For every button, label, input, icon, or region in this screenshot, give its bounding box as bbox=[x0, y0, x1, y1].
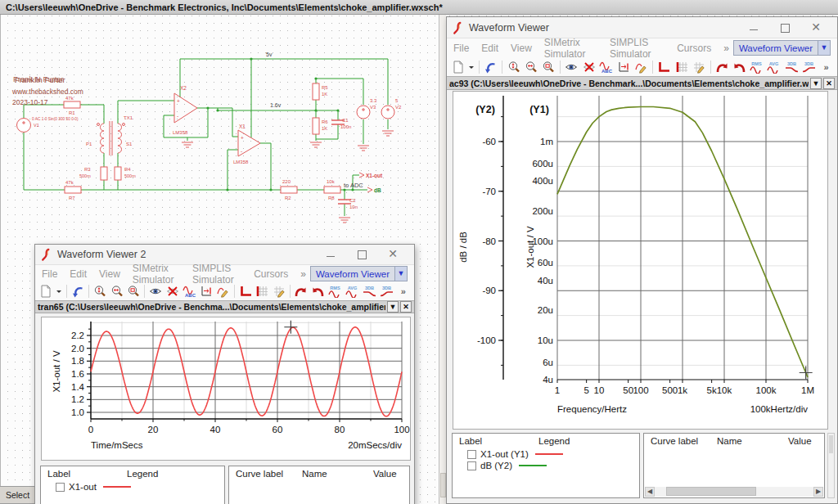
resistor-r7[interactable] bbox=[65, 187, 81, 193]
ac-chart-panel[interactable]: -60-70-80-90-1001m600u400u200u100u60u40u… bbox=[453, 91, 828, 430]
zoom-area-button[interactable] bbox=[126, 283, 141, 299]
resistor-r3[interactable] bbox=[101, 167, 107, 180]
label-curve-abc-button[interactable]: ABC bbox=[182, 283, 196, 299]
minimize-button[interactable] bbox=[326, 250, 336, 259]
dock-curve-arrow-button[interactable] bbox=[732, 59, 747, 75]
undock-curve-arrow-button[interactable] bbox=[294, 283, 309, 299]
curve-table-hscrollbar[interactable]: ◀ ▶ bbox=[645, 487, 823, 497]
scroll-left-icon[interactable]: ◀ bbox=[645, 487, 655, 497]
tab-ac93[interactable]: ac93 (C:\Users\leeuwh\OneDrive - Benchma… bbox=[449, 79, 809, 88]
menu-simetrix-simulator[interactable]: SIMetrix Simulator bbox=[133, 263, 180, 286]
zoom-x-button[interactable] bbox=[109, 283, 124, 299]
new-document-dropdown-button[interactable] bbox=[467, 59, 475, 75]
legend-checkbox[interactable] bbox=[467, 450, 476, 459]
rms-measure-button[interactable]: RMS bbox=[749, 59, 764, 75]
resistor-r5[interactable] bbox=[313, 83, 319, 100]
rms-measure-button[interactable]: RMS bbox=[327, 283, 343, 299]
ac-analysis-plot[interactable]: -60-70-80-90-1001m600u400u200u100u60u40u… bbox=[453, 92, 827, 429]
menu-overflow-chevron[interactable]: » bbox=[723, 43, 729, 54]
zoom-x-button[interactable] bbox=[523, 59, 538, 75]
dock-curve-arrow-button[interactable] bbox=[310, 283, 325, 299]
transient-plot[interactable]: 1.01.21.41.61.82.02.2020406080100X1-out … bbox=[42, 317, 410, 460]
resistor-r1[interactable] bbox=[64, 101, 80, 108]
edit-grid-pencil-button[interactable] bbox=[271, 283, 286, 299]
tab-close-button[interactable]: ✕ bbox=[823, 78, 835, 89]
tab-list-dropdown-button[interactable]: ▼ bbox=[810, 78, 822, 89]
resistor-r2[interactable] bbox=[281, 187, 297, 193]
edit-curve-pencil-button[interactable] bbox=[215, 283, 230, 299]
label-curve-abc-button[interactable]: ABC bbox=[598, 59, 614, 75]
menu-view[interactable]: View bbox=[99, 268, 120, 280]
tran-chart-panel[interactable]: 1.01.21.41.61.82.02.2020406080100X1-out … bbox=[41, 317, 411, 461]
show-curve-eye-button[interactable] bbox=[148, 283, 163, 299]
schematic-vertical-scrollbar[interactable] bbox=[439, 15, 446, 504]
voltage-source-v3[interactable] bbox=[357, 106, 370, 119]
menu-simplis-simulator[interactable]: SIMPLIS Simulator bbox=[192, 263, 241, 286]
axes-button[interactable] bbox=[237, 283, 252, 299]
close-button[interactable]: ✕ bbox=[388, 250, 398, 259]
probe-db-icon[interactable] bbox=[367, 187, 372, 192]
menu-overflow-chevron[interactable]: » bbox=[300, 268, 306, 280]
3db-lowpass-button[interactable]: 3DB bbox=[362, 283, 377, 299]
maximize-button[interactable] bbox=[780, 23, 790, 33]
voltage-source-v2[interactable] bbox=[381, 106, 394, 119]
hide-curve-eye-button[interactable] bbox=[581, 59, 597, 75]
menu-simplis-simulator[interactable]: SIMPLIS Simulator bbox=[610, 37, 665, 60]
tab-close-button[interactable]: ✕ bbox=[400, 301, 412, 313]
undo-button[interactable] bbox=[70, 283, 85, 299]
waveform-viewer-2-window[interactable]: Waveform Viewer 2 ✕ File Edit View SIMet… bbox=[34, 244, 415, 504]
new-document-dropdown-button[interactable] bbox=[55, 283, 62, 299]
undock-curve-arrow-button[interactable] bbox=[714, 59, 730, 75]
menu-edit[interactable]: Edit bbox=[481, 43, 498, 54]
menu-edit[interactable]: Edit bbox=[70, 268, 87, 280]
avg-measure-button[interactable]: AVG bbox=[766, 59, 782, 75]
3db-highpass-button[interactable]: 3DB bbox=[379, 283, 394, 299]
3db-lowpass-button[interactable]: 3DB bbox=[783, 59, 799, 75]
new-document-button[interactable] bbox=[450, 59, 466, 75]
resistor-r6[interactable] bbox=[313, 118, 319, 134]
probe-x1out-icon[interactable] bbox=[359, 173, 364, 178]
zoom-y-button[interactable] bbox=[506, 59, 521, 75]
close-button[interactable]: ✕ bbox=[811, 23, 821, 33]
viewer-mode-combobox[interactable]: Waveform Viewer ▼ bbox=[733, 40, 831, 56]
waveform-viewer-window[interactable]: Waveform Viewer ✕ File Edit View SIMetri… bbox=[446, 16, 838, 504]
avg-measure-button[interactable]: AVG bbox=[345, 283, 360, 299]
viewer1-titlebar[interactable]: Waveform Viewer ✕ bbox=[447, 17, 837, 38]
move-curve-axis-button[interactable] bbox=[615, 59, 631, 75]
menu-file[interactable]: File bbox=[453, 43, 469, 54]
main-window-titlebar[interactable]: C:\Users\leeuwh\OneDrive - Benchmark Ele… bbox=[0, 0, 838, 15]
move-curve-axis-button[interactable] bbox=[199, 283, 214, 299]
menu-file[interactable]: File bbox=[42, 268, 57, 280]
axes-button[interactable] bbox=[656, 59, 672, 75]
schematic-components[interactable] bbox=[17, 83, 395, 223]
hide-curve-eye-button[interactable] bbox=[165, 283, 180, 299]
maximize-button[interactable] bbox=[357, 250, 367, 259]
resistor-r4[interactable] bbox=[115, 167, 121, 180]
combo-dropdown-icon[interactable]: ▼ bbox=[818, 41, 830, 55]
new-document-button[interactable] bbox=[38, 283, 53, 299]
tab-tran65[interactable]: tran65 (C:\Users\leeuwh\OneDrive - Bench… bbox=[38, 302, 385, 312]
transformer-tx1[interactable] bbox=[97, 121, 125, 155]
show-curve-eye-button[interactable] bbox=[564, 59, 579, 75]
overflow-chevron-button[interactable]: » bbox=[818, 59, 834, 75]
legend-checkbox[interactable] bbox=[56, 483, 65, 492]
voltage-source-v1[interactable] bbox=[17, 119, 31, 133]
zoom-y-button[interactable] bbox=[92, 283, 107, 299]
menu-cursors[interactable]: Cursors bbox=[254, 268, 288, 280]
overflow-chevron-button[interactable]: » bbox=[396, 283, 411, 299]
combo-dropdown-icon[interactable]: ▼ bbox=[394, 267, 407, 281]
3db-highpass-button[interactable]: 3DB bbox=[801, 59, 817, 75]
viewer1-vertical-scrollbar[interactable] bbox=[827, 433, 835, 498]
zoom-area-button[interactable] bbox=[540, 59, 556, 75]
resistor-r8[interactable] bbox=[324, 187, 340, 193]
legend-checkbox[interactable] bbox=[467, 461, 476, 470]
viewer-mode-combobox[interactable]: Waveform Viewer ▼ bbox=[310, 266, 408, 281]
vertical-grid-button[interactable] bbox=[674, 59, 689, 75]
vertical-grid-button[interactable] bbox=[255, 283, 269, 299]
scroll-right-icon[interactable]: ▶ bbox=[813, 487, 823, 497]
undo-button[interactable] bbox=[483, 59, 498, 75]
minimize-button[interactable] bbox=[749, 23, 759, 33]
tab-list-dropdown-button[interactable]: ▼ bbox=[387, 301, 399, 313]
menu-view[interactable]: View bbox=[511, 43, 532, 54]
menu-cursors[interactable]: Cursors bbox=[677, 43, 711, 54]
